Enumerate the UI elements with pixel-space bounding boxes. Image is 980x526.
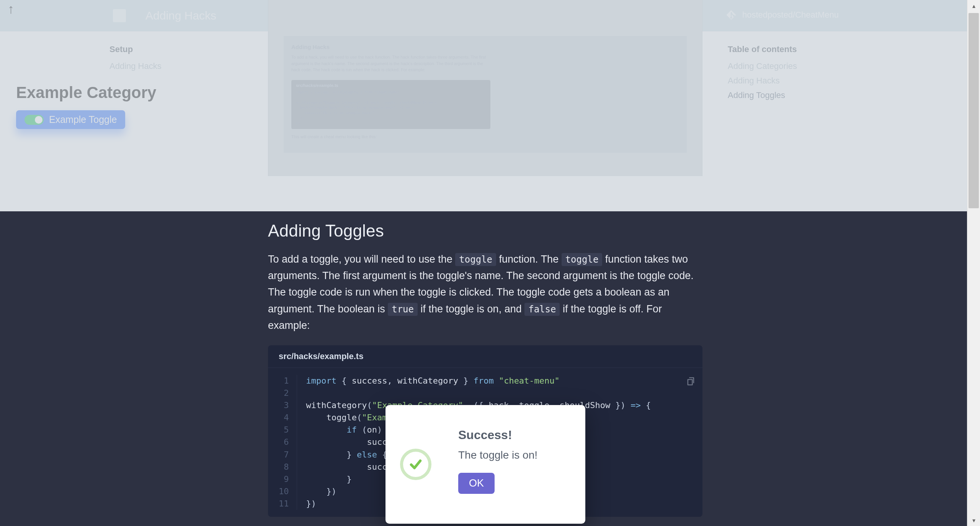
inline-code-toggle: toggle — [455, 253, 496, 266]
modal-title: Success! — [458, 428, 572, 442]
code-filename: src/hacks/example.ts — [268, 345, 702, 368]
example-category-title: Example Category — [16, 83, 162, 102]
example-toggle-label: Example Toggle — [49, 114, 117, 125]
logo-icon[interactable] — [113, 9, 126, 22]
toc-adding-toggles[interactable]: Adding Toggles — [728, 90, 843, 100]
toc-adding-hacks[interactable]: Adding Hacks — [728, 76, 843, 86]
inline-code-toggle-2: toggle — [562, 253, 603, 266]
scroll-thumb[interactable] — [969, 13, 979, 208]
git-icon — [725, 9, 737, 21]
toc: Table of contents Adding Categories Addi… — [728, 44, 843, 105]
preview-subsection: Adding Hacks — [291, 44, 679, 50]
toc-adding-categories[interactable]: Adding Categories — [728, 61, 843, 71]
copy-button[interactable] — [686, 376, 696, 387]
copy-icon — [686, 376, 696, 387]
inline-code-false: false — [524, 303, 560, 316]
page-title: Adding Hacks — [145, 9, 216, 22]
scroll-track[interactable] — [967, 11, 980, 515]
scrollbar[interactable]: ▴ ▾ — [967, 0, 980, 526]
back-to-top-arrow[interactable]: ↑ — [8, 2, 14, 15]
previous-section-preview: Example Cheat Menu Adding Hacks To add a… — [268, 0, 702, 176]
modal-message: The toggle is on! — [458, 449, 572, 461]
line-numbers: 1 2 3 4 5 6 7 8 9 10 11 — [268, 375, 297, 510]
nav-item-adding-hacks[interactable]: Adding Hacks — [109, 61, 209, 71]
left-nav: Setup Adding Hacks — [109, 44, 209, 75]
success-icon — [400, 449, 431, 480]
preview-panel: Adding Hacks To add a hack, you will nee… — [284, 36, 687, 153]
section-title: Adding Toggles — [268, 221, 702, 240]
example-panel: Example Category Example Toggle — [16, 83, 162, 129]
scroll-up-arrow[interactable]: ▴ — [967, 0, 980, 11]
toggle-switch-icon — [24, 115, 44, 125]
nav-heading: Setup — [109, 44, 209, 54]
preview-paragraph: To add a hack, you will need to use the … — [291, 54, 490, 73]
section-paragraph: To add a toggle, you will need to use th… — [268, 251, 702, 334]
preview-footer: This will create a cheat menu looking li… — [291, 134, 679, 139]
scroll-down-arrow[interactable]: ▾ — [967, 515, 980, 526]
inline-code-true: true — [388, 303, 418, 316]
preview-filename: src/hacks/example.ts — [296, 83, 486, 88]
repo-name: hostedposted/CheatMenu — [742, 10, 839, 20]
toc-heading: Table of contents — [728, 44, 843, 54]
modal-ok-button[interactable]: OK — [458, 473, 495, 494]
success-modal: Success! The toggle is on! OK — [385, 405, 585, 524]
repo-link[interactable]: hostedposted/CheatMenu — [725, 9, 839, 21]
example-toggle-button[interactable]: Example Toggle — [16, 110, 125, 129]
